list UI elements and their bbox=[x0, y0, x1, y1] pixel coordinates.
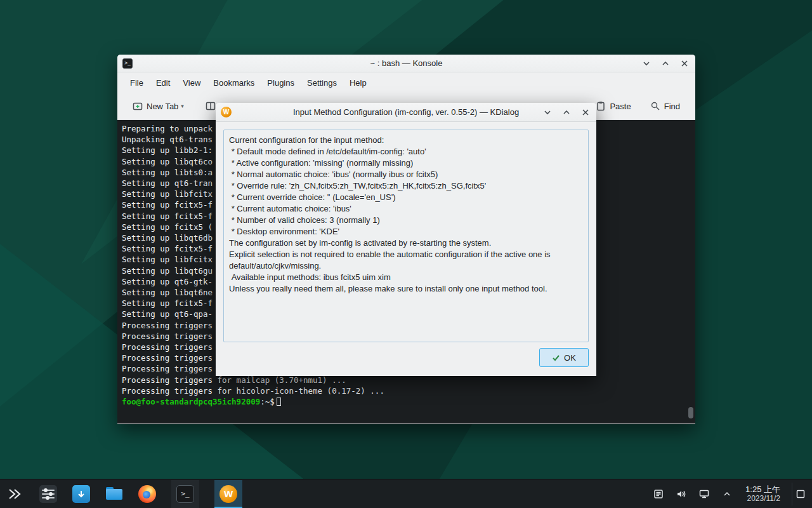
terminal-prompt-line: foo@foo-standardpcq35ich92009:~$ bbox=[122, 396, 690, 407]
clock[interactable]: 1:25 上午 2023/11/2 bbox=[743, 485, 783, 504]
prompt-user-host: foo@foo-standardpcq35ich92009 bbox=[122, 397, 260, 406]
kde-launcher-icon bbox=[7, 486, 22, 502]
new-tab-icon bbox=[133, 101, 143, 111]
dialog-text-line: Unless you really need them all, please … bbox=[229, 283, 583, 295]
new-tab-label: New Tab bbox=[147, 102, 178, 111]
paste-icon bbox=[596, 101, 606, 111]
menu-settings[interactable]: Settings bbox=[301, 75, 343, 91]
maximize-button[interactable] bbox=[661, 59, 670, 68]
konsole-app-icon: >_ bbox=[122, 58, 133, 69]
display-icon[interactable] bbox=[697, 487, 711, 501]
search-icon bbox=[650, 101, 660, 111]
check-icon bbox=[552, 354, 560, 362]
terminal-line: Processing triggers for hicolor-icon-the… bbox=[122, 385, 690, 396]
dialog-text-line: * Number of valid choices: 3 (normally 1… bbox=[229, 215, 583, 226]
menu-help[interactable]: Help bbox=[343, 75, 373, 91]
ok-button[interactable]: OK bbox=[539, 348, 589, 367]
notifications-icon[interactable] bbox=[652, 487, 665, 501]
taskbar-im-config-task[interactable]: W bbox=[214, 480, 242, 508]
terminal-line: Processing triggers for mailcap (3.70+nm… bbox=[122, 375, 690, 385]
menu-view[interactable]: View bbox=[176, 75, 207, 91]
konsole-window-title: ~ : bash — Konsole bbox=[117, 58, 695, 68]
menu-plugins[interactable]: Plugins bbox=[261, 75, 301, 91]
clock-date: 2023/11/2 bbox=[745, 494, 780, 504]
dialog-text-line: * Active configuration: 'missing' (norma… bbox=[229, 157, 583, 169]
konsole-titlebar[interactable]: >_ ~ : bash — Konsole bbox=[117, 55, 695, 72]
dialog-text-line: Current configuration for the input meth… bbox=[229, 135, 583, 146]
im-config-app-icon: W bbox=[221, 107, 232, 117]
close-button[interactable] bbox=[680, 59, 689, 68]
dialog-title: Input Method Configuration (im-config, v… bbox=[216, 107, 596, 117]
file-manager-icon[interactable] bbox=[105, 485, 123, 503]
volume-icon[interactable] bbox=[674, 487, 688, 501]
im-config-dialog: W Input Method Configuration (im-config,… bbox=[216, 103, 596, 376]
im-config-task-icon: W bbox=[219, 485, 237, 503]
dialog-text-line: Available input methods: ibus fcitx5 uim… bbox=[229, 272, 583, 283]
dialog-titlebar[interactable]: W Input Method Configuration (im-config,… bbox=[216, 103, 596, 122]
paste-label: Paste bbox=[610, 102, 631, 111]
terminal-scrollbar[interactable] bbox=[688, 407, 693, 418]
dialog-text-line: The configuration set by im-config is ac… bbox=[229, 237, 583, 249]
konsole-task-icon: >_ bbox=[176, 485, 194, 503]
dialog-text-line: Explicit selection is not required to en… bbox=[229, 249, 583, 260]
ok-label: OK bbox=[564, 353, 576, 363]
tray-expander-icon[interactable] bbox=[720, 487, 734, 501]
paste-button[interactable]: Paste bbox=[591, 97, 636, 115]
dialog-text-line: * Default mode defined in /etc/default/i… bbox=[229, 146, 583, 157]
app-launcher-button[interactable] bbox=[5, 485, 24, 504]
dialog-text-line: * Current override choice: '' (Locale='e… bbox=[229, 192, 583, 203]
prompt-suffix: :~$ bbox=[260, 397, 275, 406]
taskbar: >_ W 1:25 上午 2023/11/2 bbox=[0, 479, 812, 508]
dialog-text-line: * Current automatic choice: 'ibus' bbox=[229, 203, 583, 215]
dialog-maximize-button[interactable] bbox=[562, 108, 571, 117]
desktop[interactable]: >_ ~ : bash — Konsole File Edit View Boo… bbox=[0, 0, 812, 508]
menu-bookmarks[interactable]: Bookmarks bbox=[207, 75, 261, 91]
dialog-text-line: * Normal automatic choice: 'ibus' (norma… bbox=[229, 169, 583, 180]
taskbar-konsole-task[interactable]: >_ bbox=[171, 480, 199, 508]
find-label: Find bbox=[664, 102, 680, 111]
split-view-icon bbox=[206, 101, 216, 111]
minimize-button[interactable] bbox=[642, 59, 651, 68]
dialog-body: Current configuration for the input meth… bbox=[216, 122, 596, 375]
konsole-menubar: File Edit View Bookmarks Plugins Setting… bbox=[117, 72, 695, 93]
dialog-close-button[interactable] bbox=[581, 108, 590, 117]
clock-time: 1:25 上午 bbox=[745, 485, 780, 494]
system-settings-icon[interactable] bbox=[39, 485, 57, 503]
terminal-cursor bbox=[277, 398, 281, 406]
menu-file[interactable]: File bbox=[124, 75, 150, 91]
new-tab-button[interactable]: New Tab ▾ bbox=[128, 97, 189, 115]
dialog-text-line: * Desktop environment: 'KDE' bbox=[229, 226, 583, 237]
dialog-text-line: default/auto/cjkv/missing. bbox=[229, 260, 583, 272]
find-button[interactable]: Find bbox=[645, 97, 685, 115]
show-desktop-icon bbox=[796, 489, 806, 499]
menu-edit[interactable]: Edit bbox=[150, 75, 176, 91]
dialog-minimize-button[interactable] bbox=[543, 108, 552, 117]
chevron-down-icon: ▾ bbox=[181, 103, 184, 109]
dialog-text-line: * Override rule: 'zh_CN,fcitx5:zh_TW,fci… bbox=[229, 180, 583, 192]
firefox-icon[interactable] bbox=[138, 485, 156, 503]
dialog-message-frame: Current configuration for the input meth… bbox=[223, 130, 589, 342]
show-desktop-button[interactable] bbox=[792, 483, 808, 505]
discover-icon[interactable] bbox=[72, 485, 90, 503]
